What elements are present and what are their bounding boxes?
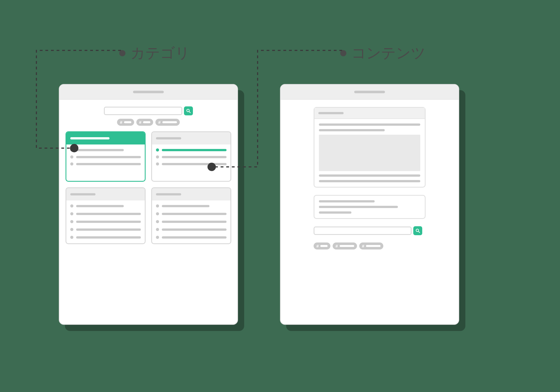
list-item[interactable] — [70, 155, 141, 158]
list-item[interactable] — [70, 204, 141, 207]
tag-chip[interactable]: # — [359, 242, 383, 249]
category-device-frame: # # # — [59, 84, 238, 325]
bullet-icon — [340, 50, 346, 56]
tag-chip[interactable]: # — [155, 119, 179, 126]
category-card[interactable] — [151, 131, 231, 182]
panel-header — [314, 108, 425, 119]
list-item[interactable] — [156, 204, 227, 207]
text-line — [319, 200, 375, 202]
bullet-icon — [156, 220, 159, 223]
bullet-icon — [156, 155, 159, 158]
list-item[interactable] — [70, 220, 141, 223]
content-device-frame: # # # — [280, 84, 459, 325]
bullet-icon — [156, 204, 159, 207]
tag-chip[interactable]: # — [136, 119, 153, 126]
text-line — [319, 174, 420, 177]
search-container — [314, 226, 426, 235]
category-label: カテゴリ — [119, 43, 190, 63]
list-item[interactable] — [70, 162, 141, 165]
category-grid — [66, 131, 231, 244]
bullet-icon — [70, 228, 73, 231]
search-container — [104, 106, 193, 115]
bullet-icon — [70, 220, 73, 223]
list-item-highlighted[interactable] — [156, 148, 227, 151]
list-item[interactable] — [156, 228, 227, 231]
search-input[interactable] — [314, 227, 412, 235]
card-header — [66, 188, 145, 200]
list-item[interactable] — [156, 162, 227, 165]
tag-chip[interactable]: # — [333, 242, 357, 249]
list-item[interactable] — [156, 155, 227, 158]
bullet-icon — [156, 228, 159, 231]
text-line — [319, 180, 420, 182]
summary-panel — [314, 195, 426, 219]
list-item[interactable] — [70, 148, 141, 151]
list-item[interactable] — [156, 212, 227, 215]
tag-chip[interactable]: # — [314, 242, 330, 249]
category-card[interactable] — [151, 187, 231, 244]
list-item[interactable] — [70, 212, 141, 215]
text-line — [319, 129, 385, 131]
speaker-icon — [354, 91, 385, 93]
bullet-icon — [156, 236, 159, 239]
device-status-bar — [281, 85, 459, 100]
bullet-icon — [70, 155, 73, 158]
bullet-icon — [156, 162, 159, 165]
bullet-icon — [119, 50, 125, 56]
search-button[interactable] — [413, 226, 422, 235]
bullet-icon — [156, 148, 159, 151]
bullet-icon — [156, 212, 159, 215]
text-line — [319, 123, 420, 126]
image-placeholder — [319, 135, 420, 171]
card-header — [152, 188, 230, 200]
speaker-icon — [133, 91, 164, 93]
article-panel — [314, 107, 426, 188]
svg-line-1 — [189, 111, 190, 113]
bullet-icon — [70, 162, 73, 165]
text-line — [319, 211, 351, 214]
search-icon — [186, 108, 191, 113]
bullet-icon — [70, 236, 73, 239]
bullet-icon — [70, 204, 73, 207]
search-button[interactable] — [184, 106, 193, 115]
list-item[interactable] — [156, 220, 227, 223]
list-item[interactable] — [70, 228, 141, 231]
content-label-text: コンテンツ — [351, 43, 426, 63]
list-item[interactable] — [70, 236, 141, 239]
tag-chip[interactable]: # — [117, 119, 134, 126]
category-card-active[interactable] — [66, 131, 146, 182]
search-input[interactable] — [104, 107, 182, 115]
category-card[interactable] — [66, 187, 146, 244]
tag-row: # # # — [66, 119, 231, 126]
bullet-icon — [70, 148, 73, 151]
svg-line-3 — [418, 231, 420, 233]
device-status-bar — [59, 85, 237, 100]
category-label-text: カテゴリ — [130, 43, 190, 63]
search-icon — [415, 228, 420, 233]
card-header — [152, 132, 230, 144]
list-item[interactable] — [156, 236, 227, 239]
bullet-icon — [70, 212, 73, 215]
content-label: コンテンツ — [340, 43, 426, 63]
text-line — [319, 206, 398, 208]
card-header — [66, 132, 145, 144]
tag-row: # # # — [314, 242, 426, 249]
